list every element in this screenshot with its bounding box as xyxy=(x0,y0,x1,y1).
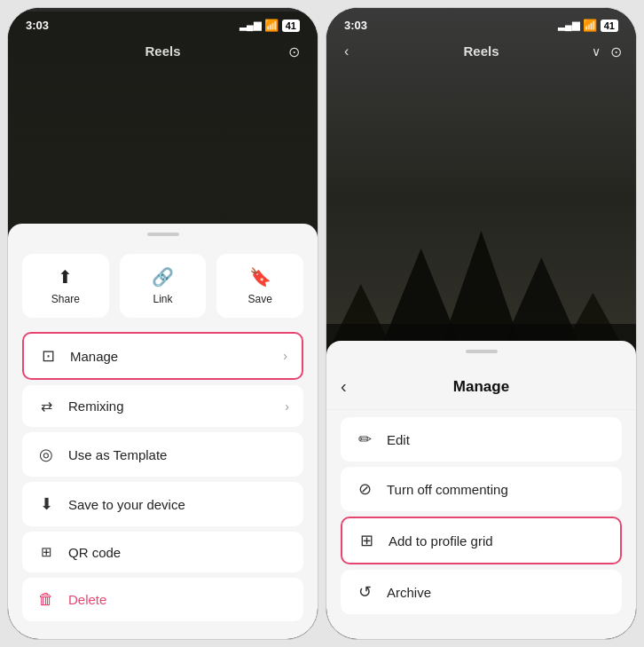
right-status-icons: ▂▄▆ 📶 41 xyxy=(558,19,618,32)
right-back-icon[interactable]: ‹ xyxy=(344,43,349,59)
save-label: Save xyxy=(248,293,272,305)
save-device-menu-item[interactable]: ⬇ Save to your device xyxy=(22,482,303,526)
remixing-chevron: › xyxy=(285,399,289,414)
right-battery: 41 xyxy=(601,20,618,32)
manage-header: ‹ Manage xyxy=(326,364,636,410)
save-device-item-left: ⬇ Save to your device xyxy=(36,494,185,514)
right-signal-icon: ▂▄▆ xyxy=(558,20,579,31)
manage-back-button[interactable]: ‹ xyxy=(341,376,347,397)
left-bottom-sheet: ⬆ Share 🔗 Link 🔖 Save ⊡ Manage › xyxy=(8,224,318,639)
tree-silhouette-right xyxy=(326,160,636,355)
template-item-left: ◎ Use as Template xyxy=(36,445,167,464)
right-sheet-handle xyxy=(466,350,498,353)
commenting-menu-item[interactable]: ⊘ Turn off commenting xyxy=(341,467,622,511)
right-phone: 3:03 ▂▄▆ 📶 41 ‹ Reels ∨ ⊙ ‹ Manage ✏ Edi… xyxy=(326,7,637,640)
right-camera-icon[interactable]: ⊙ xyxy=(610,43,622,59)
archive-text: Archive xyxy=(387,585,431,600)
link-label: Link xyxy=(153,293,173,305)
manage-menu-item[interactable]: ⊡ Manage › xyxy=(22,332,303,380)
manage-chevron: › xyxy=(283,349,287,363)
camera-icon[interactable]: ⊙ xyxy=(288,43,300,59)
link-icon: 🔗 xyxy=(152,266,174,288)
left-reels-title: Reels xyxy=(145,43,180,59)
left-status-bar: 3:03 ▂▄▆ 📶 41 xyxy=(8,19,318,32)
template-text: Use as Template xyxy=(68,447,167,462)
template-icon: ◎ xyxy=(36,445,56,464)
qr-item-left: ⊞ QR code xyxy=(36,544,121,560)
save-device-text: Save to your device xyxy=(68,497,185,512)
left-phone: 3:03 ▂▄▆ 📶 41 Reels ⊙ ⬆ Share 🔗 Link 🔖 xyxy=(7,7,318,640)
left-time: 3:03 xyxy=(26,19,49,32)
remixing-menu-item[interactable]: ⇄ Remixing › xyxy=(22,385,303,427)
edit-icon: ✏ xyxy=(355,430,374,449)
archive-icon: ↺ xyxy=(355,582,374,602)
manage-text: Manage xyxy=(70,349,118,364)
delete-menu-item[interactable]: 🗑 Delete xyxy=(22,578,303,621)
right-bottom-sheet: ‹ Manage ✏ Edit ⊘ Turn off commenting ⊞ … xyxy=(326,341,636,639)
delete-text: Delete xyxy=(68,592,106,607)
remixing-text: Remixing xyxy=(68,398,124,414)
right-chevron-icon[interactable]: ∨ xyxy=(592,44,601,59)
download-icon: ⬇ xyxy=(36,494,56,514)
manage-item-left: ⊡ Manage xyxy=(38,346,118,366)
profile-grid-icon: ⊞ xyxy=(357,531,376,550)
battery-indicator: 41 xyxy=(282,20,300,32)
right-time: 3:03 xyxy=(344,19,367,32)
qr-text: QR code xyxy=(68,545,121,560)
delete-icon: 🗑 xyxy=(36,590,56,609)
qr-menu-item[interactable]: ⊞ QR code xyxy=(22,532,303,572)
profile-grid-text: Add to profile grid xyxy=(389,533,493,548)
left-menu-list: ⊡ Manage › ⇄ Remixing › ◎ Use as Templat… xyxy=(8,332,318,621)
share-button[interactable]: ⬆ Share xyxy=(22,254,109,318)
profile-grid-menu-item[interactable]: ⊞ Add to profile grid xyxy=(341,517,622,564)
remixing-item-left: ⇄ Remixing xyxy=(36,398,124,414)
right-status-bar: 3:03 ▂▄▆ 📶 41 xyxy=(326,19,636,32)
commenting-text: Turn off commenting xyxy=(387,482,508,497)
manage-title: Manage xyxy=(453,378,509,396)
signal-icon: ▂▄▆ xyxy=(240,20,261,31)
manage-menu-list: ✏ Edit ⊘ Turn off commenting ⊞ Add to pr… xyxy=(326,410,636,621)
share-label: Share xyxy=(51,293,80,305)
edit-menu-item[interactable]: ✏ Edit xyxy=(341,417,622,462)
manage-icon: ⊡ xyxy=(38,346,58,366)
template-menu-item[interactable]: ◎ Use as Template xyxy=(22,432,303,477)
save-button[interactable]: 🔖 Save xyxy=(216,254,303,318)
share-icon: ⬆ xyxy=(58,266,73,288)
right-wifi-icon: 📶 xyxy=(583,19,597,32)
remixing-icon: ⇄ xyxy=(36,398,56,414)
link-button[interactable]: 🔗 Link xyxy=(120,254,207,318)
sheet-handle xyxy=(147,233,179,236)
commenting-icon: ⊘ xyxy=(355,479,374,499)
right-top-bar: ‹ Reels ∨ ⊙ xyxy=(326,40,636,62)
left-top-bar: Reels ⊙ xyxy=(8,40,318,62)
left-status-icons: ▂▄▆ 📶 41 xyxy=(240,19,300,32)
edit-text: Edit xyxy=(387,432,410,447)
wifi-icon: 📶 xyxy=(264,19,279,32)
qr-icon: ⊞ xyxy=(36,544,56,560)
bookmark-icon: 🔖 xyxy=(249,266,271,288)
archive-menu-item[interactable]: ↺ Archive xyxy=(341,570,622,614)
right-reels-title: Reels xyxy=(463,43,499,59)
delete-item-left: 🗑 Delete xyxy=(36,590,106,609)
action-buttons-row: ⬆ Share 🔗 Link 🔖 Save xyxy=(8,247,318,332)
